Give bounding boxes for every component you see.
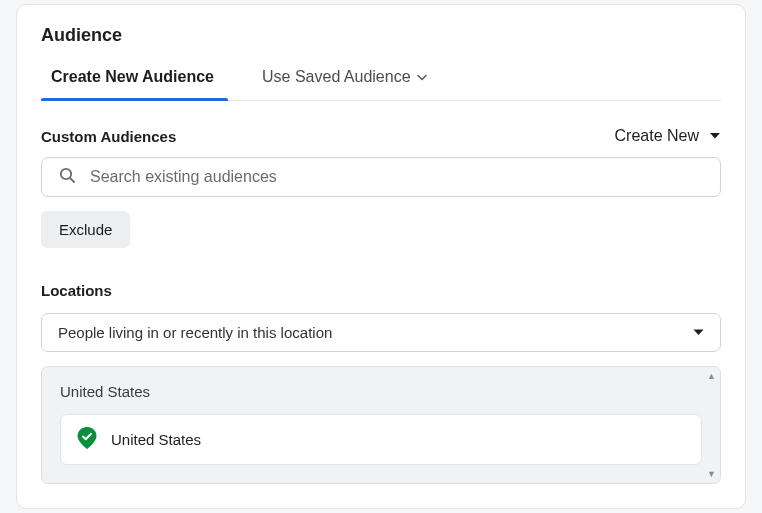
card-title: Audience [41, 25, 721, 46]
locations-selector-value: People living in or recently in this loc… [58, 324, 332, 341]
tab-create-new-audience[interactable]: Create New Audience [41, 68, 228, 100]
locations-panel: ▲ ▼ United States United States [41, 366, 721, 484]
location-pin-check-icon [77, 427, 97, 452]
caret-down-solid-icon [709, 132, 721, 140]
tab-create-label: Create New Audience [51, 68, 214, 86]
svg-line-1 [70, 178, 74, 182]
search-icon [58, 166, 76, 188]
tab-saved-label: Use Saved Audience [262, 68, 411, 86]
create-new-label: Create New [615, 127, 699, 145]
location-chip-text: United States [111, 431, 201, 448]
search-audiences-input[interactable] [90, 168, 704, 186]
locations-selector[interactable]: People living in or recently in this loc… [41, 313, 721, 352]
tab-use-saved-audience[interactable]: Use Saved Audience [252, 68, 441, 100]
exclude-button[interactable]: Exclude [41, 211, 130, 248]
caret-down-icon [417, 74, 427, 81]
search-audiences-box[interactable] [41, 157, 721, 197]
audience-tabs: Create New Audience Use Saved Audience [41, 68, 721, 101]
audience-card: Audience Create New Audience Use Saved A… [16, 4, 746, 509]
scroll-up-icon[interactable]: ▲ [707, 371, 716, 381]
custom-audiences-label: Custom Audiences [41, 128, 176, 145]
locations-panel-heading: United States [60, 383, 702, 400]
locations-label: Locations [41, 282, 721, 299]
create-new-button[interactable]: Create New [615, 127, 721, 145]
custom-audiences-header: Custom Audiences Create New [41, 127, 721, 145]
location-chip[interactable]: United States [60, 414, 702, 465]
scroll-down-icon[interactable]: ▼ [707, 469, 716, 479]
caret-down-solid-icon [693, 329, 704, 336]
